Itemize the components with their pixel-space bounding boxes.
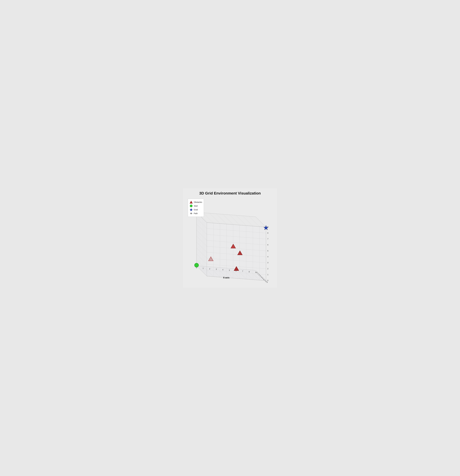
svg-text:3: 3 <box>267 262 268 264</box>
svg-point-4 <box>191 213 192 214</box>
svg-text:5: 5 <box>267 250 268 252</box>
svg-text:3: 3 <box>260 275 261 277</box>
svg-text:7: 7 <box>264 280 265 281</box>
svg-text:5: 5 <box>262 277 263 279</box>
chart-title: 3D Grid Environment Visualization <box>186 191 274 196</box>
legend-item-path: Path <box>190 212 202 215</box>
legend-label-start: Start <box>194 205 198 207</box>
legend-item-start: Start <box>190 204 202 208</box>
box-outline <box>197 212 266 280</box>
svg-text:2: 2 <box>259 274 259 276</box>
legend-item-obstacles: Obstacles <box>190 201 202 204</box>
svg-text:7: 7 <box>242 270 243 272</box>
legend-item-goal: Goal <box>190 208 202 211</box>
x-axis-label: X-axis <box>223 276 229 279</box>
svg-text:1: 1 <box>267 274 268 276</box>
svg-text:8: 8 <box>249 271 250 273</box>
svg-text:5: 5 <box>229 269 230 271</box>
legend-label-obstacles: Obstacles <box>194 201 202 203</box>
obstacle-icon <box>190 201 193 204</box>
svg-text:2: 2 <box>209 268 210 270</box>
legend-label-path: Path <box>194 212 198 214</box>
svg-text:1: 1 <box>202 267 203 269</box>
svg-text:2: 2 <box>267 268 268 270</box>
svg-text:4: 4 <box>267 256 268 258</box>
chart-container: 3D Grid Environment Visualization Obstac… <box>183 188 277 288</box>
goal-icon <box>190 208 193 211</box>
svg-text:3: 3 <box>216 268 217 270</box>
svg-text:9: 9 <box>267 281 268 283</box>
svg-text:1: 1 <box>258 273 258 275</box>
start-point <box>194 263 199 267</box>
svg-text:6: 6 <box>263 279 264 280</box>
svg-text:8: 8 <box>267 232 268 234</box>
legend: Obstacles Start Goal <box>188 199 204 217</box>
chart-area: Obstacles Start Goal <box>186 197 274 283</box>
path-icon <box>190 212 193 215</box>
svg-text:7: 7 <box>267 238 268 240</box>
start-icon <box>190 204 193 208</box>
svg-text:4: 4 <box>261 276 262 278</box>
svg-text:0: 0 <box>267 280 268 281</box>
svg-marker-2 <box>190 208 192 211</box>
svg-text:6: 6 <box>267 244 268 246</box>
svg-point-1 <box>190 205 192 207</box>
svg-text:8: 8 <box>266 280 267 282</box>
svg-text:4: 4 <box>222 269 223 271</box>
svg-marker-0 <box>190 201 192 203</box>
legend-label-goal: Goal <box>194 209 198 211</box>
svg-text:0: 0 <box>256 272 257 273</box>
svg-text:9: 9 <box>255 272 256 273</box>
